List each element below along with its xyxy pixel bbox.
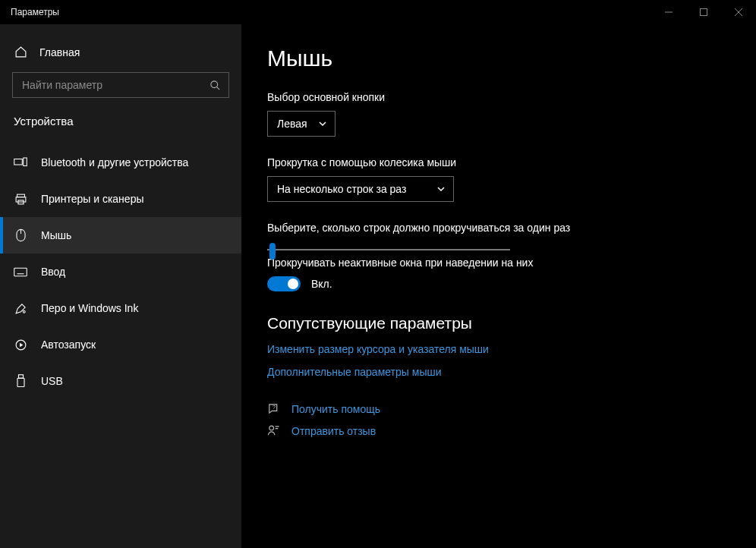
get-help-link[interactable]: ? Получить помощь [267, 402, 730, 415]
svg-text:?: ? [272, 405, 276, 411]
sidebar-item-typing[interactable]: Ввод [0, 254, 241, 290]
primary-button-select[interactable]: Левая [267, 111, 335, 137]
page-title: Мышь [267, 46, 730, 71]
feedback-label: Отправить отзыв [291, 425, 376, 437]
minimize-button[interactable] [651, 0, 686, 24]
close-button[interactable] [721, 0, 756, 24]
home-icon [14, 46, 27, 58]
get-help-label: Получить помощь [291, 403, 380, 415]
svg-rect-23 [17, 378, 24, 386]
slider-thumb[interactable] [269, 243, 276, 260]
svg-rect-9 [16, 197, 26, 201]
svg-line-5 [216, 87, 219, 90]
chevron-down-icon [318, 119, 327, 128]
sidebar-item-label: Мышь [41, 229, 71, 241]
primary-button-label: Выбор основной кнопки [267, 91, 730, 103]
scroll-mode-label: Прокрутка с помощью колесика мыши [267, 156, 730, 168]
home-link[interactable]: Главная [0, 41, 241, 72]
scroll-mode-select[interactable]: На несколько строк за раз [267, 176, 454, 202]
sidebar-item-printers[interactable]: Принтеры и сканеры [0, 181, 241, 217]
svg-rect-1 [701, 9, 707, 16]
printer-icon [14, 193, 27, 206]
window-controls [651, 0, 756, 24]
search-box[interactable] [12, 72, 229, 98]
sidebar-item-mouse[interactable]: Мышь [0, 217, 241, 254]
sidebar-item-autoplay[interactable]: Автозапуск [0, 326, 241, 363]
lines-per-scroll-label: Выберите, сколько строк должно прокручив… [267, 222, 730, 234]
sidebar: Главная Устройства Bluetooth и другие ус… [0, 24, 241, 548]
lines-per-scroll-slider[interactable] [267, 241, 510, 243]
svg-rect-7 [24, 158, 27, 166]
devices-icon [14, 157, 27, 168]
search-icon [209, 80, 221, 91]
primary-button-value: Левая [277, 118, 307, 130]
maximize-button[interactable] [686, 0, 721, 24]
home-label: Главная [39, 46, 80, 58]
svg-marker-21 [20, 342, 23, 347]
help-icon: ? [267, 402, 281, 415]
sidebar-item-label: Перо и Windows Ink [41, 302, 138, 314]
svg-rect-6 [14, 159, 23, 165]
sidebar-item-label: Bluetooth и другие устройства [41, 156, 188, 168]
toggle-knob [288, 279, 298, 289]
sidebar-category: Устройства [0, 115, 241, 141]
keyboard-icon [14, 267, 27, 277]
slider-track [267, 249, 510, 250]
window-title: Параметры [11, 7, 59, 17]
svg-rect-13 [14, 268, 27, 276]
link-cursor-size[interactable]: Изменить размер курсора и указателя мыши [267, 343, 730, 355]
sidebar-item-usb[interactable]: USB [0, 363, 241, 399]
sidebar-item-label: Принтеры и сканеры [41, 193, 143, 205]
svg-rect-8 [17, 194, 24, 197]
svg-point-19 [23, 310, 25, 313]
sidebar-item-bluetooth[interactable]: Bluetooth и другие устройства [0, 144, 241, 181]
scroll-mode-value: На несколько строк за раз [277, 183, 406, 195]
search-input[interactable] [22, 79, 209, 91]
feedback-icon [267, 424, 281, 437]
sidebar-nav: Bluetooth и другие устройства Принтеры и… [0, 144, 241, 399]
sidebar-item-label: Автозапуск [41, 339, 96, 351]
svg-point-25 [269, 426, 274, 430]
feedback-link[interactable]: Отправить отзыв [267, 424, 730, 437]
sidebar-item-label: Ввод [41, 266, 65, 278]
autoplay-icon [14, 339, 27, 351]
svg-point-4 [211, 80, 218, 87]
content-pane: Мышь Выбор основной кнопки Левая Прокрут… [241, 24, 756, 548]
sidebar-item-pen[interactable]: Перо и Windows Ink [0, 290, 241, 326]
chevron-down-icon [436, 184, 446, 194]
inactive-hover-state: Вкл. [311, 278, 332, 290]
link-advanced-mouse[interactable]: Дополнительные параметры мыши [267, 366, 730, 378]
usb-icon [14, 374, 27, 388]
inactive-hover-toggle[interactable] [267, 276, 301, 291]
svg-rect-22 [18, 375, 23, 379]
mouse-icon [14, 228, 27, 242]
inactive-hover-label: Прокручивать неактивные окна при наведен… [267, 257, 730, 269]
related-heading: Сопутствующие параметры [267, 314, 730, 332]
sidebar-item-label: USB [41, 375, 63, 387]
pen-icon [14, 302, 27, 315]
titlebar: Параметры [0, 0, 756, 24]
